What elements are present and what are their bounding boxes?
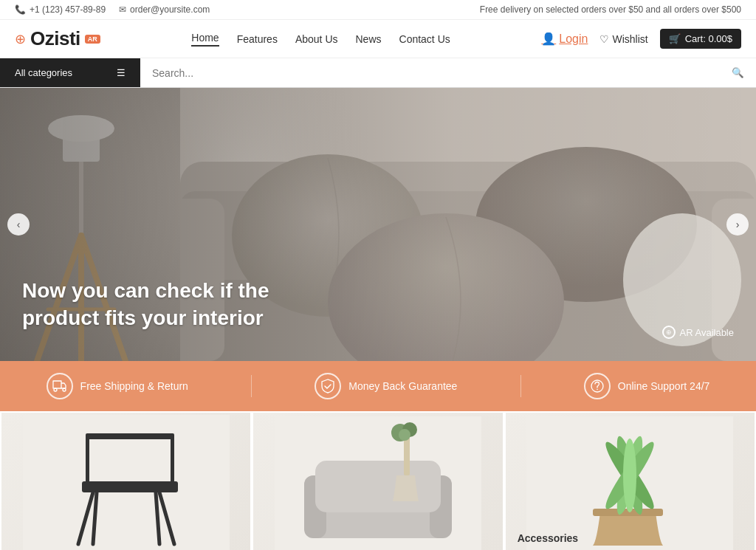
email-info: ✉ order@yoursite.com: [119, 4, 210, 15]
promo-text: Free delivery on selected orders over $5…: [480, 4, 741, 15]
svg-rect-26: [86, 433, 174, 439]
search-bar: All categories ☰ 🔍: [0, 58, 756, 88]
search-submit-button[interactable]: 🔍: [720, 58, 756, 87]
email-address: order@yoursite.com: [130, 4, 210, 15]
product-card-accessories[interactable]: Accessories: [506, 413, 755, 550]
heart-icon: ♡: [599, 33, 609, 45]
nav-features[interactable]: Features: [237, 33, 278, 45]
svg-point-39: [399, 429, 410, 441]
phone-info: 📞 +1 (123) 457-89-89: [15, 4, 106, 15]
nav-about[interactable]: About Us: [295, 33, 338, 45]
svg-rect-25: [171, 437, 174, 485]
accessories-label: Accessories: [518, 532, 579, 544]
logo-text: Ozisti: [30, 27, 80, 50]
sofa-illustration: [275, 416, 481, 550]
hero-content: Now you can check if the product fits yo…: [0, 278, 325, 361]
search-input[interactable]: [152, 67, 708, 79]
svg-rect-35: [315, 461, 441, 512]
truck-svg: [52, 380, 67, 392]
top-bar-contacts: 📞 +1 (123) 457-89-89 ✉ order@yoursite.co…: [15, 4, 210, 15]
product-card-sofa[interactable]: [253, 413, 502, 550]
shipping-icon: [47, 373, 73, 399]
logo[interactable]: ⊕ Ozisti AR: [15, 27, 100, 50]
nav-contact[interactable]: Contact Us: [399, 33, 450, 45]
product-grid: Accessories: [0, 411, 756, 550]
moneyback-label: Money Back Guarantee: [348, 380, 457, 392]
svg-point-46: [623, 439, 636, 512]
wishlist-label: Wishlist: [612, 33, 647, 45]
ar-icon: ⊕: [662, 326, 676, 339]
shield-icon: [315, 373, 341, 399]
wishlist-button[interactable]: ♡ Wishlist: [599, 33, 647, 45]
nav-home[interactable]: Home: [191, 32, 219, 47]
hero-prev-button[interactable]: ‹: [7, 213, 30, 236]
search-input-wrap: [140, 58, 720, 87]
svg-rect-24: [86, 437, 89, 485]
main-nav: Home Features About Us News Contact Us: [191, 32, 450, 47]
nav-actions: 👤 Login ♡ Wishlist 🛒 Cart: 0.00$: [541, 29, 741, 49]
cart-label: Cart: 0.00$: [685, 33, 732, 44]
email-icon: ✉: [119, 4, 126, 15]
login-button[interactable]: 👤 Login: [541, 32, 588, 46]
hero-section: ‹ Now you can check if the product fits …: [0, 88, 756, 361]
chevron-right-icon: ›: [736, 219, 740, 230]
support-label: Online Support 24/7: [618, 380, 710, 392]
svg-point-19: [63, 388, 66, 391]
divider-1: [251, 375, 252, 397]
cart-button[interactable]: 🛒 Cart: 0.00$: [660, 29, 741, 49]
menu-icon: ☰: [117, 67, 126, 78]
plant-illustration: [526, 416, 733, 550]
product-card-chair[interactable]: [1, 413, 250, 550]
logo-icon: ⊕: [15, 31, 26, 47]
feature-shipping: Free Shipping & Return: [47, 373, 188, 399]
shipping-label: Free Shipping & Return: [80, 380, 188, 392]
feature-moneyback: Money Back Guarantee: [315, 373, 457, 399]
hero-title: Now you can check if the product fits yo…: [22, 278, 303, 331]
cart-icon: 🛒: [669, 33, 681, 44]
top-bar: 📞 +1 (123) 457-89-89 ✉ order@yoursite.co…: [0, 0, 756, 20]
support-icon: [584, 373, 611, 399]
features-bar: Free Shipping & Return Money Back Guaran…: [0, 361, 756, 411]
svg-point-21: [597, 389, 598, 391]
hero-ar-badge: ⊕ AR Available: [662, 326, 734, 339]
phone-icon: 📞: [15, 4, 26, 15]
phone-svg: [590, 379, 605, 393]
logo-ar-badge: AR: [85, 35, 100, 44]
feature-support: Online Support 24/7: [584, 373, 710, 399]
categories-label: All categories: [15, 67, 72, 78]
nav-news[interactable]: News: [356, 33, 382, 45]
search-icon: 🔍: [732, 67, 744, 78]
header: ⊕ Ozisti AR Home Features About Us News …: [0, 20, 756, 58]
phone-number: +1 (123) 457-89-89: [30, 4, 106, 15]
hero-next-button[interactable]: ›: [726, 213, 749, 236]
ar-badge-label: AR Available: [680, 327, 734, 338]
divider-2: [520, 375, 521, 397]
chair-illustration: [23, 415, 230, 551]
chevron-left-icon: ‹: [17, 219, 21, 230]
svg-point-18: [54, 388, 57, 391]
shield-svg: [321, 379, 334, 393]
login-icon: 👤: [541, 32, 556, 46]
login-label: Login: [559, 32, 588, 46]
categories-button[interactable]: All categories ☰: [0, 58, 140, 87]
